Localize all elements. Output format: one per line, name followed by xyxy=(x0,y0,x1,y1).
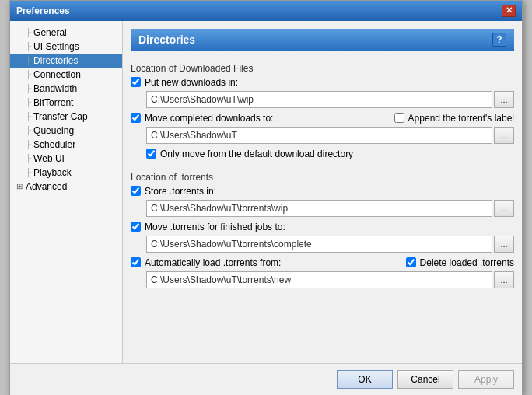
store-torrents-path-row: ... xyxy=(146,200,514,217)
tree-connector: ├ xyxy=(26,168,31,177)
move-completed-browse-button[interactable]: ... xyxy=(494,127,514,144)
append-label-group: Append the torrent's label xyxy=(394,113,514,124)
section-title: Directories xyxy=(138,33,195,46)
sidebar-item-advanced[interactable]: ⊞ Advanced xyxy=(10,180,122,194)
sidebar-label-advanced: Advanced xyxy=(26,181,67,192)
sidebar-label-playback: Playback xyxy=(33,167,72,178)
torrents-title: Location of .torrents xyxy=(131,172,514,183)
main-content: Directories ? Location of Downloaded Fil… xyxy=(123,21,522,363)
sidebar-item-transfer-cap[interactable]: ├ Transfer Cap xyxy=(10,110,122,124)
tree-connector: ├ xyxy=(26,70,31,79)
delete-loaded-checkbox[interactable] xyxy=(406,257,416,267)
preferences-window: Preferences ✕ ├ General ├ UI Settings ├ … xyxy=(9,0,523,395)
put-new-path-input[interactable] xyxy=(146,91,492,108)
move-completed-checkbox[interactable] xyxy=(131,113,141,123)
move-finished-path-row: ... xyxy=(146,236,514,253)
store-torrents-row: Store .torrents in: xyxy=(131,186,514,197)
append-label-checkbox[interactable] xyxy=(394,113,404,123)
apply-button[interactable]: Apply xyxy=(458,370,514,389)
section-header: Directories ? xyxy=(131,29,514,51)
sidebar-item-scheduler[interactable]: ├ Scheduler xyxy=(10,138,122,152)
tree-connector: ├ xyxy=(26,154,31,163)
put-new-label: Put new downloads in: xyxy=(145,77,238,88)
store-torrents-label: Store .torrents in: xyxy=(145,186,216,197)
move-finished-browse-button[interactable]: ... xyxy=(494,236,514,253)
put-new-row: Put new downloads in: xyxy=(131,77,514,88)
expand-icon: ⊞ xyxy=(16,182,23,191)
titlebar: Preferences ✕ xyxy=(10,1,522,21)
tree-connector: ├ xyxy=(26,98,31,107)
sidebar-item-queueing[interactable]: ├ Queueing xyxy=(10,124,122,138)
sidebar-item-bittorrent[interactable]: ├ BitTorrent xyxy=(10,96,122,110)
move-finished-label: Move .torrents for finished jobs to: xyxy=(145,222,285,232)
only-move-row: Only move from the default download dire… xyxy=(146,149,514,159)
move-finished-path-input[interactable] xyxy=(146,236,492,253)
sidebar: ├ General ├ UI Settings ├ Directories ├ … xyxy=(10,21,123,363)
torrents-section: Location of .torrents Store .torrents in… xyxy=(131,167,514,293)
sidebar-label-scheduler: Scheduler xyxy=(33,139,75,150)
put-new-checkbox[interactable] xyxy=(131,77,141,87)
help-button[interactable]: ? xyxy=(492,33,506,47)
move-finished-row: Move .torrents for finished jobs to: xyxy=(131,222,514,232)
window-title: Preferences xyxy=(16,5,70,16)
auto-load-header-row: Automatically load .torrents from: Delet… xyxy=(131,257,514,268)
append-label-text: Append the torrent's label xyxy=(408,113,514,124)
move-completed-check-group: Move completed downloads to: xyxy=(131,113,273,124)
footer: OK Cancel Apply xyxy=(10,363,522,395)
auto-load-path-input[interactable] xyxy=(146,271,492,288)
ok-button[interactable]: OK xyxy=(337,370,393,389)
sidebar-item-playback[interactable]: ├ Playback xyxy=(10,166,122,180)
tree-connector: ├ xyxy=(26,28,31,37)
move-completed-path-row: ... xyxy=(146,127,514,144)
window-body: ├ General ├ UI Settings ├ Directories ├ … xyxy=(10,21,522,363)
sidebar-item-bandwidth[interactable]: ├ Bandwidth xyxy=(10,82,122,96)
tree-connector: ├ xyxy=(26,42,31,51)
sidebar-item-ui-settings[interactable]: ├ UI Settings xyxy=(10,40,122,54)
auto-load-checkbox[interactable] xyxy=(131,257,141,267)
sidebar-item-general[interactable]: ├ General xyxy=(10,26,122,40)
move-completed-header-row: Move completed downloads to: Append the … xyxy=(131,113,514,124)
sidebar-label-web-ui: Web UI xyxy=(33,153,65,164)
sidebar-label-bandwidth: Bandwidth xyxy=(33,83,77,94)
auto-load-path-row: ... xyxy=(146,271,514,288)
sidebar-item-directories[interactable]: ├ Directories xyxy=(10,54,122,68)
tree-connector: ├ xyxy=(26,126,31,135)
tree-connector: ├ xyxy=(26,84,31,93)
move-completed-label: Move completed downloads to: xyxy=(145,113,273,124)
sidebar-label-transfer-cap: Transfer Cap xyxy=(33,111,88,122)
move-finished-checkbox[interactable] xyxy=(131,222,141,232)
store-torrents-checkbox[interactable] xyxy=(131,186,141,196)
cancel-button[interactable]: Cancel xyxy=(397,370,453,389)
sidebar-item-web-ui[interactable]: ├ Web UI xyxy=(10,152,122,166)
auto-load-browse-button[interactable]: ... xyxy=(494,271,514,288)
only-move-checkbox[interactable] xyxy=(146,149,156,159)
move-completed-path-input[interactable] xyxy=(146,127,492,144)
sidebar-item-connection[interactable]: ├ Connection xyxy=(10,68,122,82)
auto-load-check-group: Automatically load .torrents from: xyxy=(131,257,281,268)
downloads-section: Location of Downloaded Files Put new dow… xyxy=(131,58,514,163)
sidebar-label-bittorrent: BitTorrent xyxy=(33,97,73,108)
only-move-label: Only move from the default download dire… xyxy=(160,149,353,159)
delete-loaded-label: Delete loaded .torrents xyxy=(420,257,514,268)
sidebar-label-ui-settings: UI Settings xyxy=(33,41,79,52)
downloads-title: Location of Downloaded Files xyxy=(131,63,514,74)
put-new-path-row: ... xyxy=(146,91,514,108)
tree-connector: ├ xyxy=(26,112,31,121)
put-new-browse-button[interactable]: ... xyxy=(494,91,514,108)
close-button[interactable]: ✕ xyxy=(502,5,516,17)
store-torrents-browse-button[interactable]: ... xyxy=(494,200,514,217)
sidebar-label-directories: Directories xyxy=(33,55,78,66)
sidebar-label-general: General xyxy=(33,27,67,38)
tree-connector: ├ xyxy=(26,140,31,149)
delete-loaded-group: Delete loaded .torrents xyxy=(406,257,514,268)
sidebar-label-queueing: Queueing xyxy=(33,125,74,136)
sidebar-label-connection: Connection xyxy=(33,69,81,80)
tree-connector: ├ xyxy=(26,56,31,65)
auto-load-label: Automatically load .torrents from: xyxy=(145,257,281,268)
store-torrents-path-input[interactable] xyxy=(146,200,492,217)
